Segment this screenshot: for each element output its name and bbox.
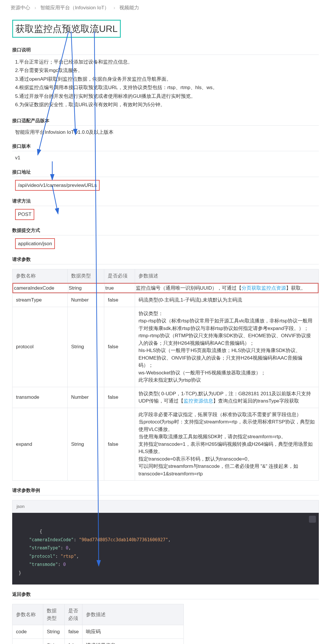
desc-line: 6.为保证数据的安全性，取流URL设有有效时间，有效时间为5分钟。 bbox=[15, 101, 316, 109]
copy-icon[interactable] bbox=[309, 516, 316, 523]
param-desc-link[interactable]: 分页获取监控点资源 bbox=[242, 285, 286, 291]
desc-line: 5.通过开放平台的开发包进行实时预览或者使用标准的GUI播放工具进行实时预览。 bbox=[15, 93, 316, 100]
th-req: 是否必须 bbox=[104, 269, 135, 283]
crumb-2[interactable]: 视频能力 bbox=[119, 5, 139, 10]
desc-line: 4.根据监控点编号调用本接口获取预览取流URL，支持协议类型包括：rtsp、rt… bbox=[15, 84, 316, 91]
th-type: 数据类型 bbox=[67, 269, 104, 283]
label-product: 接口适配产品版本 bbox=[12, 116, 319, 126]
http-method: POST bbox=[15, 209, 34, 220]
table-row: protocolStringfalse协议类型： rtsp-rtsp协议（标准r… bbox=[12, 307, 319, 387]
label-version: 接口版本 bbox=[12, 141, 319, 151]
label-res-params: 返回参数 bbox=[12, 589, 319, 599]
api-path: /api/video/v1/cameras/previewURLs bbox=[15, 180, 100, 191]
th-desc: 参数描述 bbox=[135, 269, 319, 283]
param-desc-link[interactable]: 监控资源信息 bbox=[184, 398, 213, 404]
desc-line: 3.通过openAPI获取到监控点数据，依据自身业务开发监控点导航界面。 bbox=[15, 75, 316, 83]
table-row: transmodeNumberfalse协议类型( 0-UDP，1-TCP),默… bbox=[12, 387, 319, 408]
page-title: 获取监控点预览取流URL bbox=[12, 20, 121, 38]
desc-line: 1.平台正常运行；平台已经添加过设备和监控点信息。 bbox=[15, 58, 316, 66]
api-version: v1 bbox=[12, 151, 319, 165]
label-method: 请求方法 bbox=[12, 196, 319, 206]
th: 数据类型 bbox=[43, 604, 65, 625]
table-row: msgStringfalse请求结果信息 bbox=[12, 638, 184, 644]
table-row: codeStringfalse响应码 bbox=[12, 625, 184, 639]
label-req-params: 请求参数 bbox=[12, 254, 319, 264]
request-params-table: 参数名称 数据类型 是否必须 参数描述 cameraIndexCodeStrin… bbox=[12, 269, 319, 481]
th: 参数描述 bbox=[82, 604, 184, 625]
th: 参数名称 bbox=[12, 604, 43, 625]
response-params-table: 参数名称 数据类型 是否必须 参数描述 codeStringfalse响应码ms… bbox=[12, 604, 184, 644]
label-addr: 接口地址 bbox=[12, 167, 319, 177]
request-json-block: { "cameraIndexCode": "90ad77d8057cc3dab1… bbox=[12, 513, 319, 585]
th: 是否必须 bbox=[65, 604, 82, 625]
label-ctype: 数据提交方式 bbox=[12, 225, 319, 235]
label-req-example: 请求参数举例 bbox=[12, 485, 319, 495]
th-name: 参数名称 bbox=[12, 269, 68, 283]
code-lang: json bbox=[12, 500, 319, 513]
table-row: cameraIndexCodeStringtrue监控点编号（通用唯一识别码UU… bbox=[12, 283, 319, 293]
table-row: streamTypeNumberfalse码流类型(0-主码流,1-子码流),未… bbox=[12, 293, 319, 307]
breadcrumb: 资源中心 › 智能应用平台（Infovision IoT） › 视频能力 bbox=[9, 0, 322, 15]
crumb-0[interactable]: 资源中心 bbox=[10, 5, 30, 10]
crumb-1[interactable]: 智能应用平台（Infovision IoT） bbox=[40, 5, 109, 10]
label-desc: 接口说明 bbox=[12, 45, 319, 55]
content-type: application/json bbox=[15, 238, 55, 249]
product-version: 智能应用平台Infovision IoT v1.0.0及以上版本 bbox=[12, 126, 319, 139]
desc-line: 2.平台需要安装mgc取流服务。 bbox=[15, 67, 316, 74]
table-row: expandStringfalse此字段非必要不建议指定，拓展字段（标准协议取流… bbox=[12, 408, 319, 481]
